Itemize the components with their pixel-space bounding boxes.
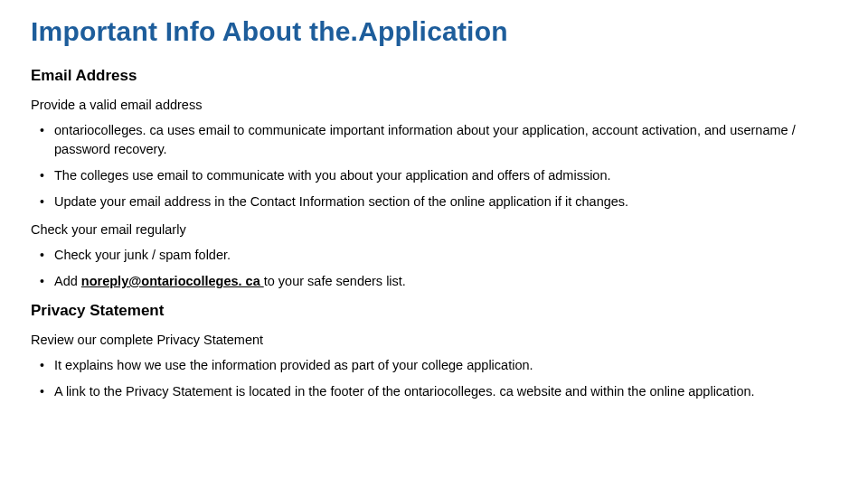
list-item: Add noreply@ontariocolleges. ca to your … [31, 272, 837, 291]
section-privacy-statement: Privacy Statement Review our complete Pr… [31, 302, 837, 401]
section-heading-email: Email Address [31, 67, 837, 85]
list-item: Update your email address in the Contact… [31, 192, 837, 211]
list-item: It explains how we use the information p… [31, 356, 837, 375]
list-item: The colleges use email to communicate wi… [31, 166, 837, 185]
list-item: ontariocolleges. ca uses email to commun… [31, 121, 837, 159]
section-heading-privacy: Privacy Statement [31, 302, 837, 320]
sub-heading-review-privacy: Review our complete Privacy Statement [31, 333, 837, 347]
list-provide-valid: ontariocolleges. ca uses email to commun… [31, 121, 837, 211]
email-item-prefix: Add [54, 274, 81, 288]
sub-heading-provide-valid: Provide a valid email address [31, 98, 837, 112]
noreply-email-link[interactable]: noreply@ontariocolleges. ca [81, 274, 264, 288]
page-title: Important Info About the.Application [31, 16, 837, 47]
email-item-suffix: to your safe senders list. [264, 274, 406, 288]
list-item: A link to the Privacy Statement is locat… [31, 382, 837, 401]
list-privacy: It explains how we use the information p… [31, 356, 837, 401]
section-email-address: Email Address Provide a valid email addr… [31, 67, 837, 291]
document-page: Important Info About the.Application Ema… [0, 0, 868, 428]
list-item: Check your junk / spam folder. [31, 246, 837, 265]
sub-heading-check-regularly: Check your email regularly [31, 222, 837, 237]
list-check-regularly: Check your junk / spam folder. Add norep… [31, 246, 837, 291]
